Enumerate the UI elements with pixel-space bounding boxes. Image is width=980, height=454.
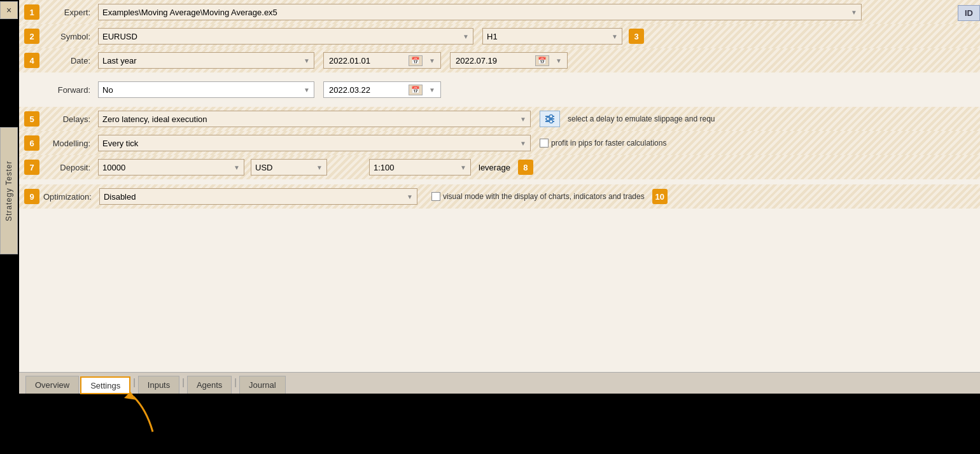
separator-3: [19, 179, 980, 184]
date-label: Date:: [43, 56, 94, 65]
badge-9: 9: [24, 189, 39, 204]
badge-8: 8: [518, 160, 533, 175]
date-preset-arrow[interactable]: ▼: [304, 57, 310, 64]
close-icon: ×: [6, 5, 11, 15]
symbol-input[interactable]: EURUSD ▼: [98, 28, 473, 45]
calendar-to-icon[interactable]: 📅: [535, 55, 549, 66]
forward-input[interactable]: No ▼: [98, 81, 314, 98]
date-to-icons: 📅 ▼: [535, 55, 562, 66]
symbol-dropdown-arrow[interactable]: ▼: [463, 33, 469, 40]
svg-point-3: [550, 115, 553, 118]
symbol-label: Symbol:: [43, 32, 94, 41]
date-to-field[interactable]: 2022.07.19 📅 ▼: [450, 52, 568, 69]
deposit-input[interactable]: 10000 ▼: [98, 159, 244, 175]
delays-input[interactable]: Zero latency, ideal execution ▼: [98, 111, 531, 127]
timeframe-input[interactable]: H1 ▼: [482, 28, 622, 45]
date-row: 4 Date: Last year ▼ 2022.01.01 📅 ▼ 2022.…: [19, 48, 980, 72]
leverage-arrow[interactable]: ▼: [460, 164, 466, 171]
badge-3: 3: [629, 29, 644, 44]
badge-5: 5: [24, 111, 39, 127]
main-container: × Strategy Tester 1 Expert: Examples\Mov…: [0, 0, 980, 454]
symbol-row: 2 Symbol: EURUSD ▼ H1 ▼ 3: [19, 24, 980, 48]
deposit-arrow[interactable]: ▼: [234, 164, 240, 171]
deposit-row: 7 Deposit: 10000 ▼ USD ▼ 1:100 ▼ leverag…: [19, 155, 980, 179]
delays-arrow[interactable]: ▼: [520, 116, 526, 123]
badge-4: 4: [24, 53, 39, 68]
badge-2: 2: [24, 29, 39, 44]
date-from-field[interactable]: 2022.01.01 📅 ▼: [323, 52, 441, 69]
separator-1: [19, 72, 980, 78]
badge-1: 1: [24, 4, 39, 20]
content-area: 1 Expert: Examples\Moving Average\Moving…: [19, 0, 980, 372]
tab-sep-3: |: [233, 377, 238, 387]
delays-label: Delays:: [43, 114, 94, 124]
expert-label: Expert:: [43, 8, 94, 17]
modelling-checkbox[interactable]: [540, 139, 549, 148]
delay-settings-icon[interactable]: [540, 111, 560, 127]
currency-input[interactable]: USD ▼: [251, 159, 327, 175]
forward-label: Forward:: [43, 85, 94, 95]
svg-point-4: [547, 118, 550, 121]
id-button[interactable]: ID: [958, 5, 980, 21]
badge-7: 7: [24, 160, 39, 175]
modelling-label: Modelling:: [43, 139, 94, 148]
forward-arrow[interactable]: ▼: [304, 86, 310, 93]
leverage-label: leverage: [479, 163, 510, 172]
badge-6: 6: [24, 135, 39, 151]
forward-date-icons: 📅 ▼: [409, 85, 435, 95]
modelling-row: 6 Modelling: Every tick ▼ profit in pips…: [19, 131, 980, 155]
delays-hint: select a delay to emulate slippage and r…: [568, 114, 715, 123]
separator-2: [19, 102, 980, 107]
optimization-label: Optimization:: [43, 192, 95, 202]
optimization-row: 9 Optimization: Disabled ▼ visual mode w…: [19, 184, 980, 209]
optimization-input[interactable]: Disabled ▼: [99, 188, 417, 205]
delays-row: 5 Delays: Zero latency, ideal execution …: [19, 107, 980, 131]
modelling-arrow[interactable]: ▼: [520, 140, 526, 147]
visual-mode-label: visual mode with the display of charts, …: [443, 192, 645, 201]
visual-mode-checkbox[interactable]: [431, 192, 440, 201]
optimization-arrow[interactable]: ▼: [407, 193, 413, 200]
tab-overview[interactable]: Overview: [25, 376, 79, 394]
tab-agents[interactable]: Agents: [187, 376, 232, 394]
forward-date-field[interactable]: 2022.03.22 📅 ▼: [323, 81, 441, 98]
expert-input[interactable]: Examples\Moving Average\Moving Average.e…: [98, 4, 862, 20]
visual-mode-wrap: visual mode with the display of charts, …: [431, 192, 645, 201]
badge-10: 10: [652, 189, 668, 204]
forward-calendar-icon[interactable]: 📅: [409, 85, 423, 95]
svg-point-5: [550, 120, 553, 123]
calendar-from-icon[interactable]: 📅: [409, 55, 423, 66]
expert-row: 1 Expert: Examples\Moving Average\Moving…: [19, 0, 980, 24]
date-from-icons: 📅 ▼: [409, 55, 435, 66]
timeframe-dropdown-arrow[interactable]: ▼: [612, 33, 618, 40]
modelling-hint: profit in pips for faster calculations: [551, 139, 666, 148]
side-label: Strategy Tester: [0, 127, 18, 254]
svg-marker-6: [124, 392, 137, 400]
expert-dropdown-arrow[interactable]: ▼: [851, 9, 857, 16]
close-button[interactable]: ×: [0, 1, 18, 19]
tab-journal[interactable]: Journal: [239, 376, 286, 394]
arrow-annotation: [115, 384, 191, 435]
date-preset-input[interactable]: Last year ▼: [98, 52, 314, 69]
modelling-input[interactable]: Every tick ▼: [98, 135, 531, 151]
forward-row: Forward: No ▼ 2022.03.22 📅 ▼: [19, 78, 980, 102]
currency-arrow[interactable]: ▼: [316, 164, 323, 171]
leverage-input[interactable]: 1:100 ▼: [369, 159, 471, 175]
deposit-label: Deposit:: [43, 163, 94, 172]
modelling-checkbox-wrap: profit in pips for faster calculations: [540, 139, 666, 148]
